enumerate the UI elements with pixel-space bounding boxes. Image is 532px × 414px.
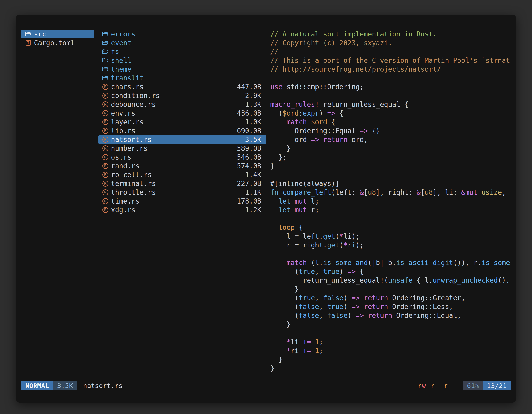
file-row[interactable]: Rtime.rs178.0B	[98, 197, 266, 206]
code-line	[270, 74, 512, 82]
rust-file-icon: R	[102, 181, 109, 187]
code-token: is_some	[482, 259, 510, 267]
file-size: 546.0B	[237, 153, 261, 161]
file-row-selected[interactable]: src	[21, 30, 94, 39]
file-name: layer.rs	[111, 118, 143, 126]
file-name: fs	[111, 48, 119, 56]
code-token: unsafe	[388, 276, 412, 284]
code-token: l = left.	[270, 232, 323, 240]
code-token: // A natural sort implementation in Rust…	[270, 30, 437, 38]
rust-file-icon: R	[102, 172, 109, 178]
file-row-selected[interactable]: Rnatsort.rs3.5K	[98, 135, 266, 144]
code-token	[278, 188, 283, 196]
code-token: (	[339, 241, 343, 249]
file-name: env.rs	[111, 109, 135, 117]
code-token: (	[270, 294, 299, 302]
file-size: 447.0B	[237, 83, 261, 91]
file-name: theme	[111, 65, 131, 73]
perm-char: r	[431, 382, 435, 390]
code-token	[364, 311, 368, 319]
parent-directory-pane: srcTCargo.toml	[21, 30, 94, 47]
code-token: (	[335, 232, 339, 240]
file-row[interactable]: Rnumber.rs589.0B	[98, 144, 266, 153]
code-line: }	[270, 162, 512, 170]
code-line: macro_rules! return_unless_equal {	[270, 100, 512, 109]
code-token: [	[364, 188, 368, 196]
file-name: rand.rs	[111, 162, 139, 170]
code-token: )	[343, 303, 352, 311]
code-token: match	[286, 259, 307, 267]
perm-char: -	[435, 382, 439, 390]
file-row[interactable]: translit	[98, 74, 266, 82]
file-row[interactable]: Rlayer.rs1.0K	[98, 118, 266, 126]
code-token	[270, 259, 286, 267]
code-token: ord,	[348, 136, 368, 144]
cursor-position-badge: 13/21	[483, 382, 511, 390]
file-row[interactable]: Renv.rs436.0B	[98, 109, 266, 118]
file-size: 1.2K	[245, 206, 261, 214]
rust-file-icon: R	[102, 128, 109, 134]
code-token: ,	[315, 268, 323, 276]
code-token: // http://sourcefrog.net/projects/natsor…	[270, 65, 441, 73]
file-row[interactable]: Rrand.rs574.0B	[98, 162, 266, 170]
file-row[interactable]: Rcondition.rs2.9K	[98, 91, 266, 100]
file-row[interactable]: Ros.rs546.0B	[98, 153, 266, 162]
code-token: r = right.	[270, 241, 327, 249]
code-token: return_unless_equal {	[319, 100, 408, 108]
code-token: &	[360, 188, 364, 196]
code-token: ,	[319, 311, 327, 319]
file-row[interactable]: Rthrottle.rs1.1K	[98, 188, 266, 197]
perm-char: -	[413, 382, 418, 390]
code-token: ,	[315, 294, 323, 302]
code-token: use	[270, 83, 283, 91]
code-token: return	[364, 303, 388, 311]
code-token	[360, 303, 364, 311]
code-token	[319, 136, 323, 144]
status-file-name: natsort.rs	[83, 382, 123, 390]
code-token: compare_left	[283, 188, 331, 196]
code-token: std::cmp::Ordering;	[283, 83, 364, 91]
file-name: chars.rs	[111, 83, 143, 91]
code-line: (true, false) => return Ordering::Greate…	[270, 294, 512, 302]
file-size: 690.0B	[237, 127, 261, 135]
file-size: 589.0B	[237, 144, 261, 152]
code-token: {	[335, 109, 343, 117]
file-row[interactable]: Rro_cell.rs1.4K	[98, 170, 266, 179]
file-row[interactable]: event	[98, 39, 266, 47]
file-name: translit	[111, 74, 143, 82]
code-token: // Copyright (c) 2023, sxyazi.	[270, 39, 392, 47]
file-row[interactable]: Rterminal.rs227.0B	[98, 179, 266, 188]
file-row[interactable]: TCargo.toml	[21, 39, 94, 47]
code-line: // Copyright (c) 2023, sxyazi.	[270, 39, 512, 47]
file-row[interactable]: Rxdg.rs1.2K	[98, 206, 266, 214]
file-size: 1.4K	[245, 171, 261, 179]
code-token: *	[286, 347, 291, 355]
rust-file-icon: R	[102, 101, 109, 107]
rust-file-icon: R	[102, 110, 109, 116]
file-row[interactable]: Rlib.rs690.0B	[98, 126, 266, 135]
code-token: ().	[498, 276, 510, 284]
code-token: u8	[368, 188, 376, 196]
code-token: b.	[384, 259, 396, 267]
file-row[interactable]: errors	[98, 30, 266, 39]
code-line: // http://sourcefrog.net/projects/natsor…	[270, 65, 512, 74]
code-token: =>	[356, 311, 364, 319]
code-token: let	[278, 197, 291, 205]
file-name: event	[111, 39, 131, 47]
file-row[interactable]: Rchars.rs447.0B	[98, 82, 266, 91]
rust-file-icon: R	[102, 207, 109, 213]
file-row[interactable]: Rdebounce.rs1.3K	[98, 100, 266, 109]
code-token: 1	[315, 347, 319, 355]
file-row[interactable]: theme	[98, 65, 266, 74]
code-token: &	[417, 188, 421, 196]
file-row[interactable]: fs	[98, 47, 266, 56]
code-token: mut	[295, 197, 307, 205]
code-token: ,	[502, 188, 506, 196]
file-name: Cargo.toml	[34, 39, 75, 47]
folder-open-icon	[102, 58, 109, 63]
file-row[interactable]: shell	[98, 56, 266, 65]
code-token: ()), r.	[453, 259, 482, 267]
code-token: return	[323, 136, 347, 144]
code-line: // This is a port of the C version of Ma…	[270, 56, 512, 65]
code-token: is_ascii_digit	[396, 259, 453, 267]
